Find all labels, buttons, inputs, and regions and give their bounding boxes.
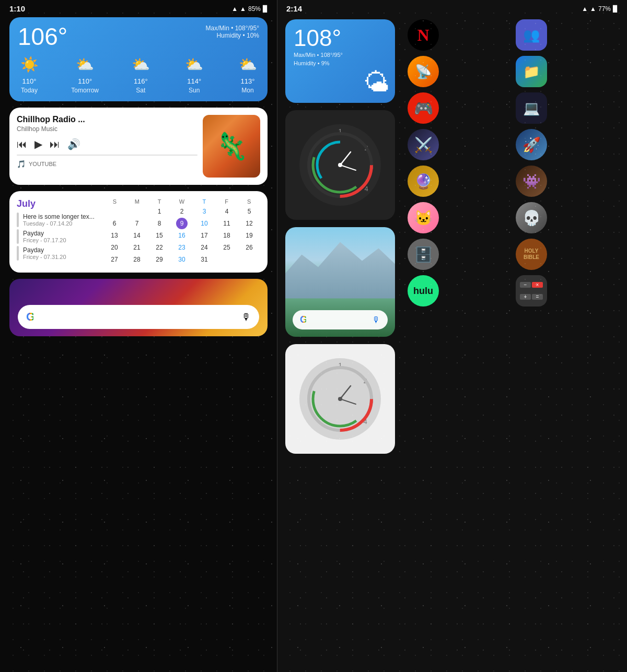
events-list: Here is some longer tex... Tuesday - 07.…	[17, 213, 95, 261]
cal-day-7: 7	[126, 218, 148, 229]
app-icons-grid: N 👥 📡 📁 🎮 💻 ⚔️	[408, 19, 619, 454]
cal-day-24: 24	[193, 242, 215, 253]
right-battery-icon: ▉	[613, 5, 618, 13]
mario-app-icon[interactable]: 🎮	[408, 92, 439, 124]
microphone-icon[interactable]: 🎙	[241, 312, 251, 323]
cal-day-17: 17	[193, 230, 215, 241]
svg-line-21	[340, 399, 356, 404]
hulu-app-icon[interactable]: hulu	[408, 275, 439, 306]
event-2-info: Payday Fricey - 07.17.20	[23, 230, 66, 243]
files-app-icon[interactable]: 📁	[516, 56, 547, 87]
forecast-temp-tomorrow: 110°	[78, 77, 92, 85]
skip-back-icon[interactable]: ⏮	[17, 138, 27, 150]
right-weather-temp: 108°	[294, 27, 387, 50]
cal-day-10: 10	[193, 218, 215, 229]
cal-day-18: 18	[216, 230, 238, 241]
right-weather-sun-icon: 🌤	[364, 67, 390, 98]
right-signal-icon: ▲	[590, 5, 596, 13]
forecast-temp-sun: 114°	[187, 77, 201, 85]
cal-day-28: 28	[126, 254, 148, 265]
skull-game-icon[interactable]: 💀	[516, 202, 547, 233]
vault-app-icon[interactable]: 🗄️	[408, 239, 439, 270]
event-3: Payday Fricey - 07.31.20	[17, 246, 95, 261]
day-m: M	[126, 198, 148, 205]
white-clock-face: 1 2 3 4	[298, 357, 382, 441]
forecast-icon-mon: ⛅	[236, 53, 259, 76]
forecast-day-today: Today	[21, 87, 38, 94]
dark-clock-widget: 1 2 3 4	[285, 110, 395, 220]
google-widget: G 🎙	[9, 279, 268, 336]
forecast-day-sat: Sat	[136, 87, 145, 94]
svg-text:3: 3	[369, 397, 373, 405]
google-search-bar[interactable]: G 🎙	[18, 305, 259, 329]
forecast-day-mon: Mon	[241, 87, 253, 94]
event-2: Payday Fricey - 07.17.20	[17, 229, 95, 244]
cal-day-12: 12	[238, 218, 260, 229]
cal-day-31: 31	[193, 254, 215, 265]
event-1-date: Tuesday - 07.14.20	[23, 220, 95, 227]
cal-day-26: 26	[238, 242, 260, 253]
right-status-bar: 2:14 ▲ ▲ 77% ▉	[277, 0, 627, 15]
skip-forward-icon[interactable]: ⏭	[50, 138, 60, 150]
calendar-events: July Here is some longer tex... Tuesday …	[17, 198, 95, 265]
forecast-icon-tomorrow: ⛅	[74, 53, 97, 76]
calendar-grid-container: S M T W T F S 1 2 3 4	[103, 198, 260, 265]
left-status-bar: 1:10 ▲ ▲ 85% ▉	[0, 0, 277, 15]
cal-day-16: 16	[171, 230, 193, 241]
cal-day-25: 25	[216, 242, 238, 253]
right-wifi-icon: ▲	[582, 5, 588, 13]
day-w: W	[171, 198, 193, 205]
teams-app-icon[interactable]: 👥	[516, 19, 547, 51]
forecast-sat: ⛅ 116° Sat	[129, 53, 152, 94]
right-mic-icon[interactable]: 🎙	[372, 315, 380, 325]
cal-day-6: 6	[103, 218, 125, 229]
right-weather-humidity: Humidity • 9%	[294, 60, 387, 66]
right-google-bar[interactable]: G 🎙	[293, 310, 388, 329]
right-weather-maxmin: Max/Min • 108°/95°	[294, 52, 387, 58]
event-3-date: Fricey - 07.31.20	[23, 254, 66, 260]
right-time: 2:14	[286, 4, 302, 13]
space-game-icon[interactable]: 🚀	[516, 129, 547, 160]
pixel-game-icon[interactable]: ⚔️	[408, 129, 439, 160]
svg-text:4: 4	[363, 418, 367, 426]
cal-day-30: 30	[171, 254, 193, 265]
source-label: YOUTUBE	[29, 161, 56, 167]
right-status-icons: ▲ ▲ 77% ▉	[582, 5, 618, 13]
calendar-days-header: S M T W T F S	[103, 198, 260, 205]
cal-day-13: 13	[103, 230, 125, 241]
forecast-temp-sat: 116°	[134, 77, 148, 85]
event-1-info: Here is some longer tex... Tuesday - 07.…	[23, 213, 95, 227]
volume-icon[interactable]: 🔊	[67, 138, 80, 150]
calculator-app-icon[interactable]: − × + =	[516, 275, 547, 306]
event-2-date: Fricey - 07.17.20	[23, 237, 66, 243]
music-title: Chillhop Radio ...	[17, 115, 198, 124]
cast-app-icon[interactable]: 📡	[408, 56, 439, 87]
youtube-icon: 🎵	[17, 160, 26, 168]
calendar-month: July	[17, 198, 95, 209]
netflix-app-icon[interactable]: N	[408, 19, 439, 51]
svg-point-22	[338, 397, 342, 401]
portal-game-icon[interactable]: 🔮	[408, 166, 439, 197]
screen-divider	[277, 0, 277, 672]
play-icon[interactable]: ▶	[34, 138, 42, 150]
cat-game-icon[interactable]: 🐱	[408, 202, 439, 233]
svg-point-18	[309, 368, 371, 430]
mountain-layer	[285, 236, 395, 299]
svg-text:2: 2	[363, 377, 367, 385]
day-s1: S	[103, 198, 126, 205]
day-s2: S	[238, 198, 260, 205]
event-3-info: Payday Fricey - 07.31.20	[23, 246, 66, 260]
cal-day-8: 8	[148, 218, 170, 229]
cal-day-29: 29	[148, 254, 170, 265]
music-source: 🎵 YOUTUBE	[17, 160, 198, 168]
svg-point-12	[299, 358, 381, 440]
left-weather-forecast: ☀️ 110° Today ⛅ 110° Tomorrow ⛅ 116° Sat…	[18, 53, 259, 94]
right-battery-text: 77%	[598, 5, 611, 13]
pixel-rpg-icon[interactable]: 👾	[516, 166, 547, 197]
bible-app-icon[interactable]: HOLYBIBLE	[516, 239, 547, 270]
cal-day-27: 27	[103, 254, 125, 265]
dev-app-icon[interactable]: 💻	[516, 92, 547, 124]
cal-day-20: 20	[103, 242, 125, 253]
forecast-icon-today: ☀️	[18, 53, 41, 76]
landscape-google-widget: G 🎙	[285, 227, 395, 337]
